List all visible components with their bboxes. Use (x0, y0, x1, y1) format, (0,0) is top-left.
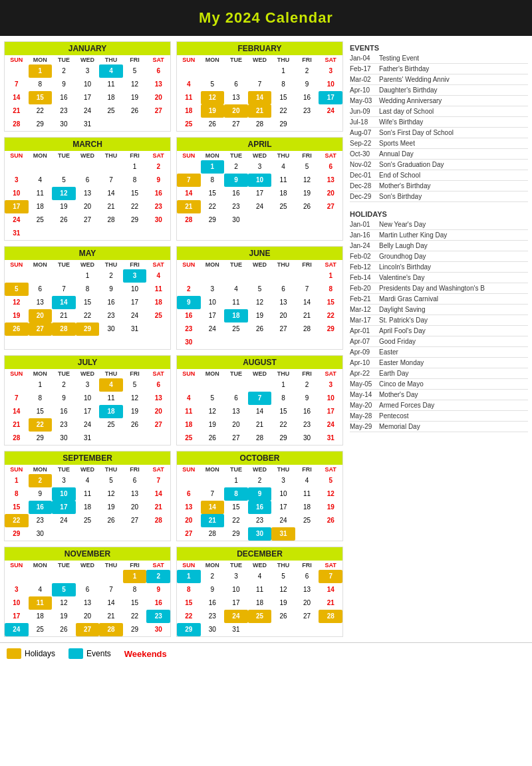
event-date: Jan-04 (350, 55, 375, 62)
event-name: Son's Birthday (379, 193, 422, 200)
day-cell: 26 (52, 623, 76, 636)
day-cell: 13 (146, 78, 170, 91)
day-cell: 17 (248, 187, 272, 200)
day-cell: 6 (295, 570, 319, 583)
event-name: Last day of School (379, 108, 434, 115)
month-header: NOVEMBER (5, 547, 170, 561)
day-cell: 22 (271, 418, 295, 432)
day-cell: 5 (99, 474, 123, 487)
event-row: Sep-22Sports Meet (350, 138, 528, 149)
event-date: Sep-22 (350, 140, 375, 147)
holidays-section-title: HOLIDAYS (350, 210, 528, 218)
day-cell: 28 (99, 213, 123, 227)
day-cell: 30 (29, 527, 53, 541)
day-cell: 24 (123, 309, 147, 322)
day-cell: 7 (319, 570, 342, 583)
day-cell: 6 (319, 160, 342, 174)
day-cell: 14 (99, 596, 123, 610)
holiday-date: Feb-14 (350, 274, 375, 281)
weekends-legend: Weekends (124, 649, 167, 659)
event-date: Oct-30 (350, 150, 375, 158)
day-cell: 7 (248, 392, 272, 405)
day-cell: 31 (76, 118, 100, 131)
day-cell: 29 (319, 322, 342, 336)
day-cell: 4 (99, 64, 123, 78)
day-cell: 20 (224, 104, 248, 118)
holiday-row: Apr-07Good Friday (350, 336, 528, 347)
holiday-row: Jan-16Martin Luther King Day (350, 230, 528, 241)
day-cell: 8 (224, 487, 248, 501)
day-cell: 23 (224, 200, 248, 213)
day-cell: 26 (52, 213, 76, 227)
holidays-legend-label: Holidays (25, 649, 55, 658)
holiday-row: Jan-24Belly Laugh Day (350, 241, 528, 251)
day-cell: 18 (271, 187, 295, 200)
holiday-row: Feb-12Lincoln's Birthday (350, 262, 528, 273)
day-cell: 2 (295, 378, 319, 392)
holiday-date: May-05 (350, 380, 375, 388)
day-cell: 12 (123, 392, 147, 405)
day-cell: 27 (319, 200, 342, 213)
day-cell: 18 (248, 596, 272, 610)
day-cell: 13 (224, 91, 248, 104)
events-legend-box (68, 648, 83, 659)
right-panel: EVENTS Jan-04Testing EventFeb-17Father's… (347, 41, 528, 637)
day-cell: 31 (271, 527, 295, 541)
day-cell: 1 (319, 269, 342, 283)
day-cell: 12 (319, 487, 342, 501)
holiday-date: May-20 (350, 402, 375, 409)
holiday-date: Mar-17 (350, 317, 375, 324)
day-cell: 1 (177, 570, 201, 583)
holiday-date: Apr-10 (350, 359, 375, 366)
day-cell: 17 (5, 200, 29, 213)
day-cell: 19 (319, 501, 342, 514)
day-cell: 10 (248, 174, 272, 187)
day-cell: 21 (319, 596, 342, 610)
day-cell: 5 (123, 64, 147, 78)
month-header: MARCH (5, 138, 170, 151)
event-date: Jul-18 (350, 118, 375, 126)
day-cell: 29 (123, 213, 147, 227)
calendars-grid: JANUARYSUNMONTUEWEDTHUFRISAT123456789101… (4, 41, 343, 637)
holiday-row: Mar-12Daylight Saving (350, 305, 528, 315)
day-cell: 10 (52, 487, 76, 501)
day-cell: 9 (177, 296, 201, 309)
day-cell: 5 (271, 570, 295, 583)
day-cell: 11 (99, 78, 123, 91)
day-cell: 20 (224, 418, 248, 432)
holiday-row: Feb-14Valentine's Day (350, 273, 528, 283)
day-cell: 26 (248, 322, 272, 336)
day-cell: 6 (76, 583, 100, 596)
event-row: Dec-01End of School (350, 170, 528, 181)
day-cell: 15 (76, 296, 100, 309)
day-cell: 20 (76, 200, 100, 213)
day-cell: 2 (146, 160, 170, 174)
day-cell: 14 (5, 91, 29, 104)
day-cell: 29 (29, 432, 53, 445)
day-cell: 24 (5, 213, 29, 227)
day-cell: 3 (319, 378, 342, 392)
day-cell: 3 (319, 64, 342, 78)
day-cell: 19 (52, 610, 76, 623)
day-cell: 23 (248, 514, 272, 527)
day-cell: 7 (248, 78, 272, 91)
day-cell: 14 (177, 187, 201, 200)
day-cell: 27 (123, 514, 147, 527)
day-cell: 25 (295, 514, 319, 527)
month-september: SEPTEMBERSUNMONTUEWEDTHUFRISAT1234567891… (4, 451, 171, 541)
day-cell: 2 (295, 64, 319, 78)
holiday-row: Apr-01April Fool's Day (350, 326, 528, 336)
event-name: Son's Graduation Day (379, 161, 444, 168)
event-date: Feb-17 (350, 65, 375, 72)
day-cell: 27 (177, 527, 201, 541)
day-cell: 1 (5, 474, 29, 487)
page-title: My 2024 Calendar (0, 0, 532, 36)
day-cell: 23 (177, 322, 201, 336)
day-cell: 28 (295, 322, 319, 336)
month-header: APRIL (177, 138, 342, 151)
day-cell: 29 (201, 213, 225, 227)
day-cell: 16 (29, 501, 53, 514)
holiday-date: May-14 (350, 391, 375, 398)
day-cell: 15 (177, 596, 201, 610)
holiday-name: Mardi Gras Carnival (379, 295, 438, 303)
